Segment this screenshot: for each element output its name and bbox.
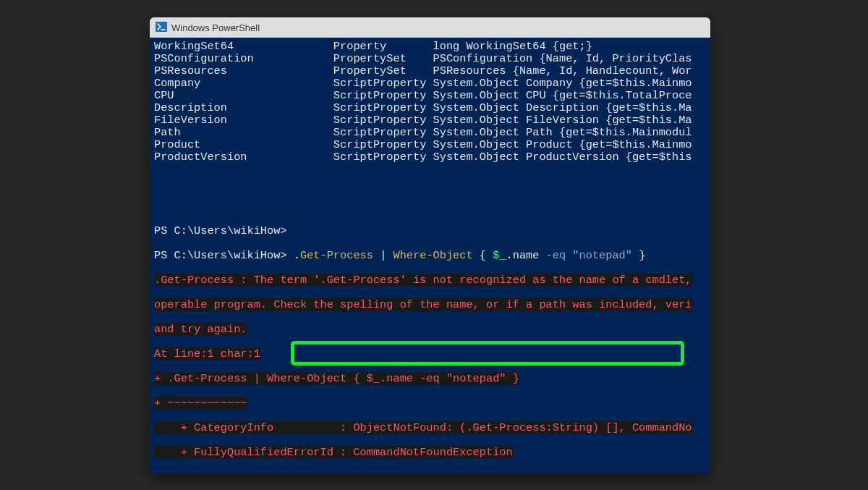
member-row: PSConfiguration PropertySet PSConfigurat… [154, 53, 706, 65]
powershell-icon [156, 21, 167, 35]
member-row: CPU ScriptProperty System.Object CPU {ge… [154, 90, 706, 102]
window-title: Windows PowerShell [171, 22, 260, 33]
member-row: PSResources PropertySet PSResources {Nam… [154, 65, 706, 77]
error-line: At line:1 char:1 [154, 348, 706, 360]
error-line: .Get-Process : The term '.Get-Process' i… [154, 274, 706, 287]
blank-line [154, 471, 706, 473]
member-listing: WorkingSet64 Property long WorkingSet64 … [154, 41, 706, 164]
member-row: Product ScriptProperty System.Object Pro… [154, 139, 706, 151]
error-line: + .Get-Process | Where-Object { $_.name … [154, 373, 706, 385]
prompt-line-bad-cmd: PS C:\Users\wikiHow> .Get-Process | Wher… [154, 250, 706, 262]
error-line: + CategoryInfo : ObjectNotFound: (.Get-P… [154, 422, 706, 434]
powershell-window: Windows PowerShell WorkingSet64 Property… [150, 17, 710, 473]
member-row: Description ScriptProperty System.Object… [154, 102, 706, 114]
prompt-line-empty: PS C:\Users\wikiHow> [154, 225, 706, 237]
member-row: Path ScriptProperty System.Object Path {… [154, 127, 706, 139]
svg-rect-0 [156, 22, 167, 32]
member-row: WorkingSet64 Property long WorkingSet64 … [154, 41, 706, 53]
error-line: + ~~~~~~~~~~~~ [154, 397, 706, 410]
member-row: ProductVersion ScriptProperty System.Obj… [154, 151, 706, 164]
blank-line [154, 200, 706, 213]
error-line: and try again. [154, 324, 706, 336]
member-row: Company ScriptProperty System.Object Com… [154, 77, 706, 90]
titlebar[interactable]: Windows PowerShell [150, 17, 710, 38]
member-row: FileVersion ScriptProperty System.Object… [154, 114, 706, 127]
console-output[interactable]: WorkingSet64 Property long WorkingSet64 … [150, 38, 710, 473]
error-line: operable program. Check the spelling of … [154, 299, 706, 311]
blank-line [154, 176, 706, 188]
error-line: + FullyQualifiedErrorId : CommandNotFoun… [154, 447, 706, 459]
